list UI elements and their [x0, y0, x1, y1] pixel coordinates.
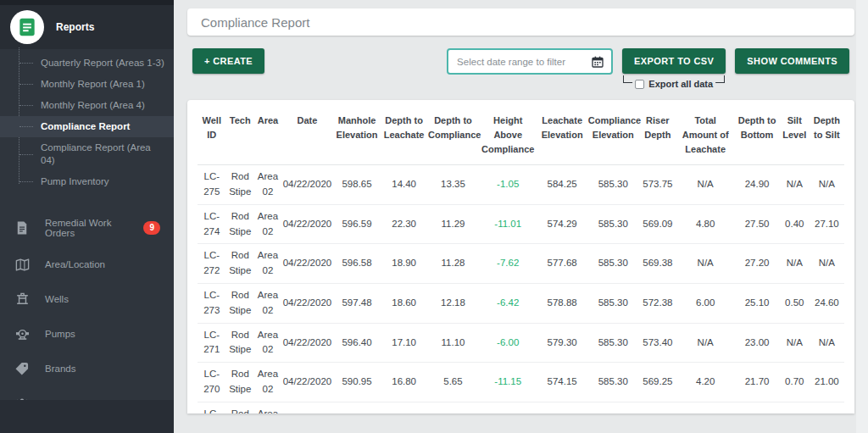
- table-cell: N/A: [676, 165, 735, 205]
- table-cell: 585.30: [587, 323, 639, 363]
- report-sub-list: Quarterly Report (Areas 1-3)Monthly Repo…: [0, 49, 174, 197]
- table-cell: 579.30: [537, 323, 587, 363]
- table-cell: 584.20: [587, 402, 639, 414]
- sidebar-item-area-location[interactable]: Area/Location: [0, 247, 174, 282]
- date-range-input[interactable]: [457, 57, 591, 67]
- table-cell: 572.38: [639, 284, 676, 324]
- sidebar-main-list: Remedial Work Orders9Area/LocationWellsP…: [0, 209, 174, 421]
- sidebar-item-label: Brands: [45, 364, 75, 374]
- export-all-label: Export all data: [648, 79, 713, 89]
- create-button[interactable]: + CREATE: [192, 48, 264, 74]
- sidebar-item-remedial-work-orders[interactable]: Remedial Work Orders9: [0, 209, 174, 247]
- sidebar-item-wells[interactable]: Wells: [0, 282, 174, 317]
- sidebar-item-pumps[interactable]: Pumps: [0, 317, 174, 352]
- table-cell: 27.50: [734, 204, 779, 244]
- table-cell: 584.25: [537, 165, 587, 205]
- column-header-riser-depth: Riser Depth: [639, 103, 676, 165]
- export-csv-button[interactable]: EXPORT TO CSV: [622, 48, 726, 74]
- export-all-option[interactable]: Export all data: [632, 79, 715, 89]
- sidebar-item-monthly-report-area-1[interactable]: Monthly Report (Area 1): [0, 74, 174, 95]
- sidebar-item-brands[interactable]: Brands: [0, 352, 174, 386]
- table-cell: Area02: [254, 284, 281, 324]
- column-header-height-above-compliance: Height Above Compliance: [479, 103, 537, 165]
- table-cell: 04/22/2020: [281, 244, 333, 284]
- table-cell: 21.00: [810, 363, 844, 402]
- page-title: Compliance Report: [201, 15, 309, 30]
- table-cell: 0.40: [780, 204, 810, 244]
- column-header-silt-level: Silt Level: [780, 103, 810, 165]
- table-cell: 578.88: [537, 284, 587, 324]
- table-cell: N/A: [810, 165, 844, 205]
- show-comments-button[interactable]: SHOW COMMENTS: [735, 48, 849, 74]
- sidebar: Reports Quarterly Report (Areas 1-3)Mont…: [0, 0, 174, 433]
- compliance-table: Well IDTechAreaDateManhole ElevationDept…: [198, 103, 844, 414]
- table-cell: LC-272: [198, 244, 226, 284]
- page-title-bar: Compliance Report: [187, 8, 854, 36]
- table-cell: -11.15: [479, 363, 537, 402]
- table-cell: 574.29: [537, 204, 587, 244]
- page-scrollbar[interactable]: [856, 0, 868, 433]
- sidebar-item-compliance-report[interactable]: Compliance Report: [0, 116, 174, 137]
- column-header-tech: Tech: [226, 103, 255, 165]
- table-cell: RodStipe: [226, 244, 255, 284]
- table-cell: N/A: [676, 402, 735, 414]
- column-header-depth-to-compliance: Depth to Compliance: [427, 103, 479, 165]
- table-cell: Area02: [254, 363, 281, 402]
- column-header-depth-to-silt: Depth to Silt: [810, 103, 844, 165]
- table-cell: 4.20: [676, 363, 735, 402]
- table-cell: -7.62: [479, 244, 537, 284]
- table-cell: LC-271: [198, 323, 226, 363]
- sidebar-item-compliance-report-area-04[interactable]: Compliance Report (Area 04): [0, 137, 174, 171]
- table-cell: RodStipe: [226, 165, 255, 205]
- export-all-checkbox[interactable]: [635, 80, 644, 89]
- table-cell: 0.70: [780, 363, 810, 402]
- sidebar-reports-label: Reports: [56, 21, 94, 33]
- table-cell: N/A: [810, 323, 844, 363]
- sidebar-section-reports[interactable]: Reports: [0, 5, 174, 49]
- table-cell: 598.65: [333, 165, 381, 205]
- column-header-depth-to-bottom: Depth to Bottom: [734, 103, 779, 165]
- table-cell: 569.38: [639, 244, 676, 284]
- table-cell: N/A: [780, 323, 810, 363]
- table-cell: 585.30: [587, 244, 639, 284]
- table-cell: 609.23: [333, 402, 381, 414]
- table-cell: 25.03: [427, 402, 479, 414]
- table-cell: 23.00: [734, 323, 779, 363]
- table-cell: 12.18: [427, 284, 479, 324]
- column-header-compliance-elevation: Compliance Elevation: [587, 103, 639, 165]
- table-cell: LC-270: [198, 363, 226, 402]
- table-row: LC-272RodStipeArea0204/22/2020596.5818.9…: [198, 244, 844, 284]
- sidebar-item-pump-inventory[interactable]: Pump Inventory: [0, 171, 174, 192]
- table-cell: 585.30: [587, 363, 639, 402]
- table-cell: LC-275: [198, 165, 226, 205]
- sidebar-item-quarterly-report-areas-1-3[interactable]: Quarterly Report (Areas 1-3): [0, 53, 174, 74]
- table-cell: 582.03: [537, 402, 587, 414]
- table-cell: 24.90: [734, 165, 779, 205]
- table-cell: RodStipe: [226, 402, 255, 414]
- table-cell: 4.80: [676, 204, 735, 244]
- map-icon: [14, 256, 31, 273]
- table-cell: 577.68: [537, 244, 587, 284]
- table-cell: Area02: [254, 204, 281, 244]
- table-cell: N/A: [780, 402, 810, 414]
- table-cell: 585.30: [587, 165, 639, 205]
- calendar-icon[interactable]: [591, 55, 604, 69]
- table-cell: LC-274: [198, 204, 226, 244]
- table-cell: 569.09: [639, 204, 676, 244]
- column-header-total-amount-of-leachate: Total Amount of Leachate: [676, 103, 735, 165]
- table-cell: 04/22/2020: [281, 204, 333, 244]
- table-body: LC-275RodStipeArea0204/22/2020598.6514.4…: [198, 165, 844, 414]
- table-cell: 569.25: [639, 363, 676, 402]
- table-cell: 596.58: [333, 244, 381, 284]
- column-header-manhole-elevation: Manhole Elevation: [333, 103, 381, 165]
- table-cell: 04/22/2020: [281, 402, 333, 414]
- table-cell: 27.20: [381, 402, 427, 414]
- table-cell: 18.60: [381, 284, 427, 324]
- table-cell: 25.10: [734, 284, 779, 324]
- table-cell: LC-273: [198, 284, 226, 324]
- table-cell: 585.30: [587, 284, 639, 324]
- table-cell: 04/22/2020: [281, 165, 333, 205]
- table-cell: 13.35: [427, 165, 479, 205]
- table-cell: -2.17: [479, 402, 537, 414]
- sidebar-item-monthly-report-area-4[interactable]: Monthly Report (Area 4): [0, 95, 174, 116]
